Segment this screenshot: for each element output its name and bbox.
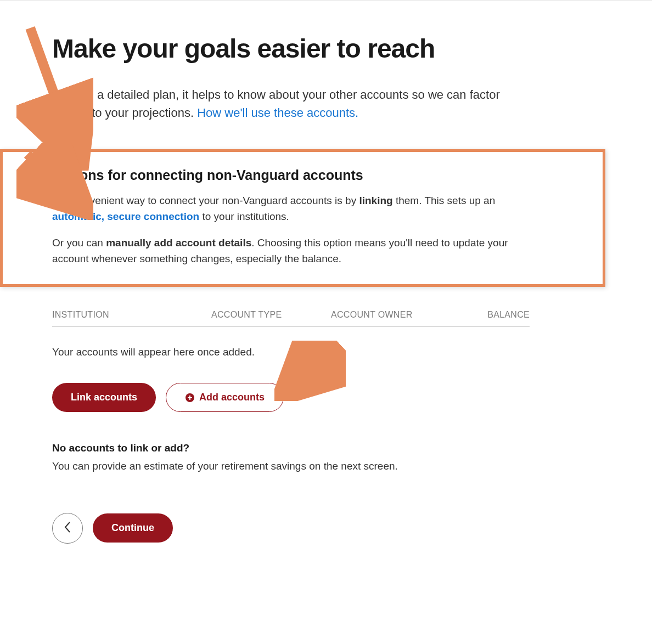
options-heading: Options for connecting non-Vanguard acco…: [52, 167, 587, 183]
options-paragraph-2: Or you can manually add account details.…: [52, 235, 524, 267]
secure-connection-link[interactable]: automatic, secure connection: [52, 211, 199, 222]
plus-circle-icon: [185, 393, 195, 403]
header-account-owner: ACCOUNT OWNER: [331, 310, 479, 320]
add-accounts-label: Add accounts: [199, 392, 265, 403]
no-accounts-text: You can provide an estimate of your reti…: [52, 459, 524, 474]
p1-bold-linking: linking: [359, 195, 392, 206]
chevron-left-icon: [64, 521, 71, 535]
add-accounts-button[interactable]: Add accounts: [166, 383, 284, 412]
page-title: Make your goals easier to reach: [52, 33, 600, 64]
account-action-row: Link accounts Add accounts: [52, 383, 600, 412]
empty-accounts-message: Your accounts will appear here once adde…: [52, 346, 600, 358]
how-we-use-link[interactable]: How we'll use these accounts.: [197, 106, 358, 120]
header-institution: INSTITUTION: [52, 310, 211, 320]
link-accounts-button[interactable]: Link accounts: [52, 383, 156, 412]
p1-mid: them. This sets up an: [393, 195, 496, 206]
options-callout-box: Options for connecting non-Vanguard acco…: [0, 149, 605, 287]
continue-button[interactable]: Continue: [93, 513, 173, 543]
p2-bold-manual: manually add account details: [106, 237, 251, 248]
header-balance: BALANCE: [479, 310, 530, 320]
intro-paragraph: To build a detailed plan, it helps to kn…: [52, 86, 524, 122]
back-button[interactable]: [52, 513, 83, 544]
p1-suffix: to your institutions.: [199, 211, 289, 222]
p1-prefix: The convenient way to connect your non-V…: [52, 195, 359, 206]
no-accounts-heading: No accounts to link or add?: [52, 442, 600, 454]
accounts-table-header: INSTITUTION ACCOUNT TYPE ACCOUNT OWNER B…: [52, 303, 530, 327]
options-paragraph-1: The convenient way to connect your non-V…: [52, 193, 524, 224]
header-account-type: ACCOUNT TYPE: [211, 310, 331, 320]
p2-prefix: Or you can: [52, 237, 106, 248]
main-container: Make your goals easier to reach To build…: [0, 1, 652, 577]
navigation-row: Continue: [52, 513, 600, 544]
